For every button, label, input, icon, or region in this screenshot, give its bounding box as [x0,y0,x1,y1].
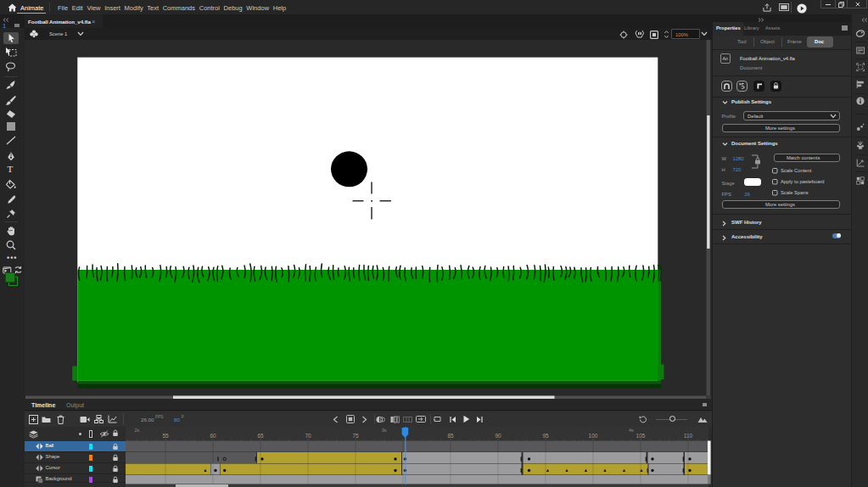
svg-text:3s: 3s [382,428,387,433]
svg-text:65: 65 [257,433,264,439]
svg-text:2s: 2s [134,428,139,433]
svg-text:100: 100 [589,433,598,439]
svg-text:90: 90 [495,433,501,439]
svg-text:70: 70 [305,433,311,439]
svg-text:105: 105 [636,433,646,439]
svg-text:85: 85 [447,433,454,439]
svg-text:55: 55 [162,433,169,439]
svg-text:95: 95 [542,433,549,439]
svg-text:110: 110 [684,433,693,439]
svg-text:60: 60 [210,433,216,439]
svg-text:4s: 4s [629,428,634,433]
svg-text:75: 75 [352,433,359,439]
